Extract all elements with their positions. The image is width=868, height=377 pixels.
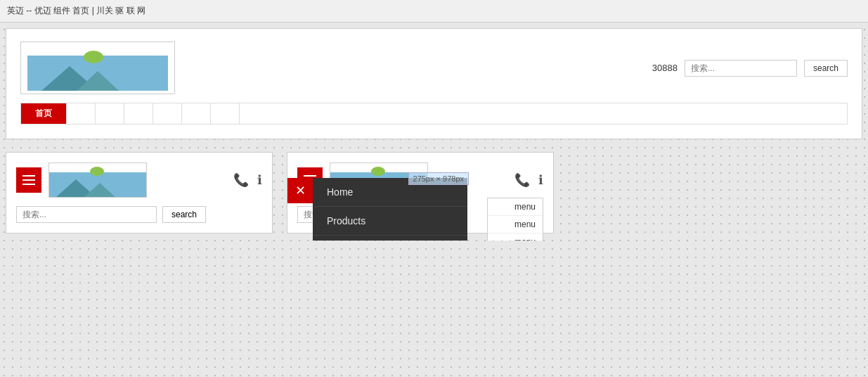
nav-bar: 首页	[20, 103, 848, 124]
page-frame: 30888 search 首页	[6, 28, 862, 139]
size-indicator: 275px × 978px	[408, 172, 469, 185]
hamburger-line	[22, 175, 35, 177]
info-icon-2[interactable]: ℹ	[538, 172, 543, 188]
hamburger-line	[22, 184, 35, 185]
mobile-logo-1	[48, 162, 147, 198]
browser-tab-text: 英迈 -- 优迈 组件 首页 | 川关 驱 联 网	[7, 5, 145, 17]
dropdown-item-2[interactable]: menu	[488, 216, 543, 234]
phone-icon-2[interactable]: 📞	[514, 172, 530, 188]
dropdown-menu: menu menu menu	[487, 198, 543, 241]
phone-number: 30888	[652, 63, 678, 73]
overlay-close-button[interactable]: ✕	[287, 178, 313, 203]
nav-item-7[interactable]	[240, 103, 268, 124]
mobile-search-input-1[interactable]	[16, 206, 157, 223]
dropdown-item-3[interactable]: menu	[488, 234, 543, 241]
search-input[interactable]	[685, 60, 797, 77]
nav-item-5[interactable]	[182, 103, 211, 124]
phone-icon[interactable]: 📞	[233, 172, 249, 188]
nav-item-home[interactable]: 首页	[21, 103, 67, 124]
hamburger-line	[304, 175, 316, 177]
browser-bar: 英迈 -- 优迈 组件 首页 | 川关 驱 联 网	[0, 0, 868, 23]
hamburger-button-1[interactable]	[16, 167, 41, 193]
header-right: 30888 search	[652, 60, 848, 77]
mobile-search-row-1: search	[16, 206, 262, 223]
overlay-menu-item-news[interactable]: News	[313, 236, 467, 241]
search-button[interactable]: search	[804, 60, 848, 77]
logo-image	[27, 45, 168, 91]
overlay-menu: ✕ 275px × 978px Home Products News Servi…	[313, 178, 467, 241]
mobile-mockup-2: 📞 ℹ menu menu menu ✕ 275px × 978px Home …	[287, 152, 554, 234]
nav-item-4[interactable]	[153, 103, 182, 124]
mobile-search-button-1[interactable]: search	[162, 206, 206, 223]
mobile-mockup-1: 📞 ℹ search	[6, 152, 273, 234]
page-header: 30888 search	[13, 36, 855, 100]
dropdown-item-1[interactable]: menu	[488, 198, 543, 216]
nav-item-1[interactable]	[67, 103, 96, 124]
mobile-header-1: 📞 ℹ	[16, 162, 262, 198]
nav-item-3[interactable]	[124, 103, 153, 124]
middle-section: 📞 ℹ search 📞 ℹ	[0, 145, 868, 241]
hamburger-line	[22, 179, 35, 181]
overlay-menu-item-products[interactable]: Products	[313, 207, 467, 236]
nav-item-2[interactable]	[96, 103, 124, 124]
mobile-icons-1: 📞 ℹ	[233, 172, 262, 188]
nav-item-6[interactable]	[211, 103, 240, 124]
mobile-icons-2: 📞 ℹ menu menu menu	[514, 172, 543, 188]
info-icon[interactable]: ℹ	[257, 172, 262, 188]
logo-box	[20, 41, 175, 94]
